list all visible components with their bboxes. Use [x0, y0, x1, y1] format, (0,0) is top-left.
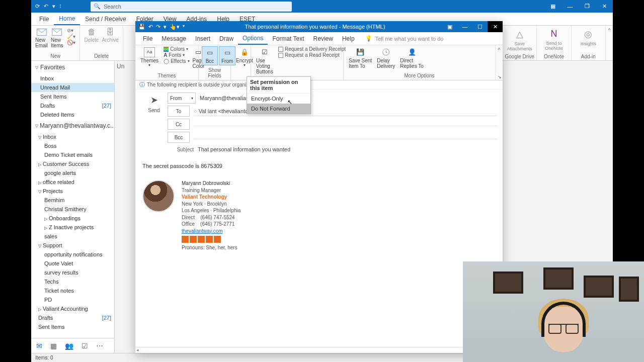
compose-popout-button[interactable]: ▣	[442, 21, 457, 32]
favorites-header[interactable]: ▽Favorites	[31, 61, 114, 74]
sidebar-item-drafts[interactable]: Drafts[27]	[31, 313, 114, 322]
ctab-help[interactable]: Help	[338, 33, 359, 44]
bcc-button[interactable]: Bcc	[168, 132, 190, 143]
cc-button[interactable]: Cc	[168, 119, 190, 130]
account-header[interactable]: ▽Maryann@thevaliantway.c...	[31, 119, 114, 132]
sync-icon[interactable]: ⟳	[35, 3, 40, 10]
minimize-button[interactable]: —	[561, 0, 579, 13]
sidebar-item-unread-mail[interactable]: Unread Mail	[31, 83, 114, 92]
sidebar-item-sent-items[interactable]: Sent Items	[31, 322, 114, 331]
sidebar-item-z-inactive-projects[interactable]: ▷Z Inactive projects	[31, 223, 114, 232]
new-items-button[interactable]: New Items	[51, 28, 63, 48]
ctab-message[interactable]: Message	[157, 33, 191, 44]
insights-button[interactable]: ◎ Insights Add-in	[572, 26, 606, 60]
compose-maximize-button[interactable]: ☐	[472, 21, 488, 32]
sidebar-item-inbox[interactable]: ▽Inbox	[31, 132, 114, 141]
tellme-input[interactable]: 💡 Tell me what you want to do	[365, 35, 444, 42]
archive-button[interactable]: 🗄 Archive	[102, 28, 118, 43]
tab-home[interactable]: Home	[54, 13, 80, 25]
send-onenote-button[interactable]: N Send to OneNote OneNote	[537, 26, 571, 60]
mail-icon[interactable]: ✉	[36, 342, 42, 350]
subject-field[interactable]: That personal information you wanted	[198, 145, 498, 154]
junk-icon[interactable]: 🚫▾	[67, 40, 75, 45]
sidebar-item-projects[interactable]: ▽Projects	[31, 187, 114, 196]
ignore-icon[interactable]: ⊘▾	[67, 28, 75, 33]
sidebar-item-support[interactable]: ▽Support	[31, 241, 114, 250]
sidebar-item-bemhim[interactable]: Bemhim	[31, 196, 114, 205]
save-sent-button[interactable]: 💾Save Sent Item To	[347, 46, 374, 70]
sidebar-item-christal-smithery[interactable]: Christal Smithery	[31, 205, 114, 214]
redo-icon[interactable]: ↷	[156, 24, 160, 30]
sidebar-item-techs[interactable]: Techs	[31, 277, 114, 286]
sidebar-item-boss[interactable]: Boss	[31, 141, 114, 150]
ctab-file[interactable]: File	[138, 33, 157, 44]
sidebar-item-survey-results[interactable]: survey results	[31, 268, 114, 277]
message-body[interactable]: The secret passcode is 8675309 Maryann D…	[135, 159, 503, 347]
effects-button[interactable]: ◯Effects▾	[164, 58, 189, 64]
themes-button[interactable]: Aa Themes▾	[138, 46, 160, 69]
voting-buttons-button[interactable]: ☑ Use Voting Buttons	[254, 46, 275, 75]
sidebar-item-office-related[interactable]: ▷office related	[31, 177, 114, 187]
sidebar-item-valiant-accounting[interactable]: ▷Valiant Accounting	[31, 304, 114, 313]
colors-button[interactable]: Colors▾	[164, 46, 189, 52]
read-receipt-checkbox[interactable]: Request a Read Receipt	[278, 52, 346, 58]
delete-button[interactable]: 🗑 Delete	[84, 28, 99, 43]
ctab-draw[interactable]: Draw	[215, 33, 238, 44]
ctab-format-text[interactable]: Format Text	[268, 33, 308, 44]
sidebar-item-demo-ticket-emails[interactable]: Demo Ticket emails	[31, 150, 114, 159]
from-dropdown[interactable]: From▾	[168, 93, 196, 104]
ctab-review[interactable]: Review	[309, 33, 338, 44]
bcc-toggle-button[interactable]: ▭Bcc	[202, 46, 218, 65]
sidebar-item-inbox[interactable]: Inbox	[31, 74, 114, 83]
grid-icon[interactable]: ▦	[544, 0, 561, 13]
compose-hscrollbar[interactable]: ◂	[135, 347, 503, 353]
tab-send-receive[interactable]: Send / Receive	[80, 14, 131, 25]
compose-close-button[interactable]: ✕	[488, 21, 503, 32]
undo-icon[interactable]: ↶	[44, 3, 48, 10]
sidebar-item-onboardings[interactable]: ▷Onboardings	[31, 214, 114, 223]
save-icon[interactable]: 💾	[138, 24, 145, 30]
tab-file[interactable]: File	[34, 14, 54, 25]
sidebar-item-opportunity-notifications[interactable]: opportunity notifications	[31, 250, 114, 259]
send-button[interactable]: Send	[148, 108, 159, 113]
tasks-icon[interactable]: ☑	[82, 342, 88, 350]
calendar-icon[interactable]: ▦	[50, 342, 57, 350]
cleanup-icon[interactable]: 🧹▾	[67, 34, 75, 39]
bcc-field[interactable]	[194, 136, 498, 139]
search-input[interactable]: 🔍 Search	[91, 2, 292, 12]
sidebar-item-pd[interactable]: PD	[31, 295, 114, 304]
qat-overflow-icon[interactable]: ⁝	[59, 3, 61, 10]
ctab-options[interactable]: Options	[238, 33, 268, 45]
sidebar-item-sent-items[interactable]: Sent Items	[31, 92, 114, 101]
sidebar-item-customer-success[interactable]: ▷Customer Success	[31, 159, 114, 168]
touch-mode-icon[interactable]: 👆▾	[170, 24, 180, 30]
delivery-receipt-checkbox[interactable]: Request a Delivery Receipt	[278, 46, 346, 52]
save-attachments-button[interactable]: △ Save Attachments Google Drive	[503, 26, 537, 60]
new-email-button[interactable]: New Email	[35, 28, 48, 48]
sig-url[interactable]: thevaliantway.com	[182, 228, 223, 234]
qat-more-icon[interactable]: ▾	[164, 24, 167, 30]
to-field[interactable]: ○ Val iant <thevaliantdemo@gmail.com>;	[194, 107, 498, 116]
to-button[interactable]: To	[168, 106, 190, 117]
sidebar-item-ticket-notes[interactable]: Ticket notes	[31, 286, 114, 295]
close-button[interactable]: ✕	[596, 0, 613, 13]
sidebar-item-sales[interactable]: sales	[31, 232, 114, 241]
ctab-insert[interactable]: Insert	[191, 33, 215, 44]
sidebar-item-google-alerts[interactable]: google alerts	[31, 168, 114, 177]
sidebar-item-drafts[interactable]: Drafts[27]	[31, 101, 114, 110]
undo-icon[interactable]: ↶	[148, 24, 153, 30]
perm-encrypt-only[interactable]: Encrypt-Only	[247, 94, 310, 104]
more-icon[interactable]: ⋯	[96, 342, 103, 350]
perm-do-not-forward[interactable]: Do Not Forward	[247, 104, 310, 114]
qat-more-icon[interactable]: ▾	[52, 3, 55, 10]
cc-field[interactable]	[194, 123, 498, 126]
compose-minimize-button[interactable]: —	[457, 21, 472, 32]
sidebar-item-deleted-items[interactable]: Deleted Items	[31, 110, 114, 119]
fonts-button[interactable]: AFonts▾	[164, 52, 189, 58]
people-icon[interactable]: 👥	[65, 342, 73, 350]
sidebar-item-quote-valet[interactable]: Quote Valet	[31, 259, 114, 268]
delay-delivery-button[interactable]: 🕓Delay Delivery	[375, 46, 397, 70]
social-icons[interactable]	[182, 236, 240, 243]
direct-replies-button[interactable]: 👤Direct Replies To	[398, 46, 426, 70]
ribbon-collapse-icon[interactable]: ^	[606, 26, 613, 60]
